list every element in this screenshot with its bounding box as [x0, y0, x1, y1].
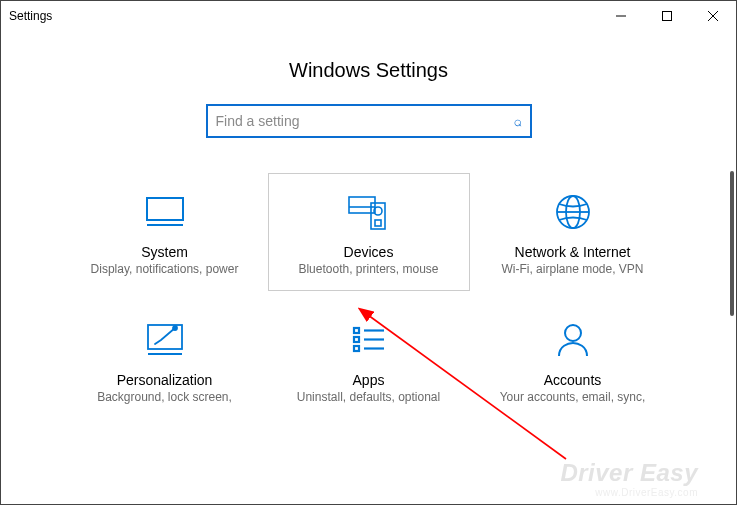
- svg-rect-21: [354, 346, 359, 351]
- tile-title: Apps: [279, 372, 459, 388]
- tile-desc: Uninstall, defaults, optional: [279, 390, 459, 406]
- page-title: Windows Settings: [1, 59, 736, 82]
- tile-desc: Your accounts, email, sync,: [483, 390, 663, 406]
- devices-icon: [279, 190, 459, 234]
- close-button[interactable]: [690, 1, 736, 31]
- list-icon: [279, 318, 459, 362]
- svg-rect-4: [147, 198, 183, 220]
- search-icon: ⌕: [514, 113, 522, 129]
- tile-apps[interactable]: Apps Uninstall, defaults, optional: [269, 302, 469, 418]
- settings-tiles: System Display, notifications, power Dev…: [1, 174, 736, 417]
- svg-rect-10: [375, 220, 381, 226]
- display-icon: [75, 190, 255, 234]
- tile-title: Accounts: [483, 372, 663, 388]
- svg-rect-17: [354, 328, 359, 333]
- tile-desc: Background, lock screen,: [75, 390, 255, 406]
- maximize-button[interactable]: [644, 1, 690, 31]
- scrollbar-thumb[interactable]: [730, 171, 734, 316]
- tile-personalization[interactable]: Personalization Background, lock screen,: [65, 302, 265, 418]
- tile-desc: Bluetooth, printers, mouse: [279, 262, 459, 278]
- tile-desc: Wi-Fi, airplane mode, VPN: [483, 262, 663, 278]
- svg-rect-1: [663, 12, 672, 21]
- paint-icon: [75, 318, 255, 362]
- tile-title: System: [75, 244, 255, 260]
- minimize-button[interactable]: [598, 1, 644, 31]
- person-icon: [483, 318, 663, 362]
- globe-icon: [483, 190, 663, 234]
- tile-title: Network & Internet: [483, 244, 663, 260]
- window-title: Settings: [9, 9, 52, 23]
- svg-point-15: [173, 326, 177, 330]
- search-box[interactable]: ⌕: [206, 104, 532, 138]
- tile-devices[interactable]: Devices Bluetooth, printers, mouse: [269, 174, 469, 290]
- svg-rect-19: [354, 337, 359, 342]
- search-input[interactable]: [216, 113, 514, 129]
- svg-point-23: [565, 325, 581, 341]
- tile-title: Personalization: [75, 372, 255, 388]
- tile-network[interactable]: Network & Internet Wi-Fi, airplane mode,…: [473, 174, 673, 290]
- tile-title: Devices: [279, 244, 459, 260]
- tile-desc: Display, notifications, power: [75, 262, 255, 278]
- watermark: Driver Easy www.DriverEasy.com: [560, 459, 698, 498]
- titlebar: Settings: [1, 1, 736, 31]
- tile-accounts[interactable]: Accounts Your accounts, email, sync,: [473, 302, 673, 418]
- tile-system[interactable]: System Display, notifications, power: [65, 174, 265, 290]
